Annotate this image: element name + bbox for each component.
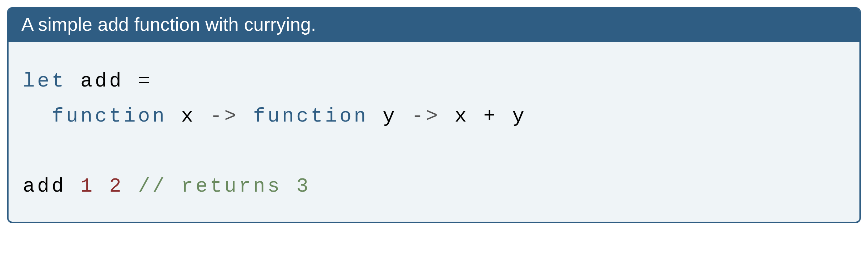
identifier-y: y xyxy=(383,105,397,128)
code-snippet-body: let add = function x -> function y -> x … xyxy=(9,42,859,222)
keyword-function: function xyxy=(253,105,368,128)
operator-equals: = xyxy=(138,70,152,93)
keyword-let: let xyxy=(23,70,66,93)
number-literal: 1 xyxy=(80,175,95,198)
operator-arrow: -> xyxy=(412,105,440,128)
comment-text: returns 3 xyxy=(181,175,311,198)
identifier-x: x xyxy=(455,105,469,128)
identifier-y: y xyxy=(512,105,526,128)
keyword-function: function xyxy=(52,105,167,128)
operator-plus: + xyxy=(483,105,498,128)
identifier-add: add xyxy=(80,70,123,93)
identifier-x: x xyxy=(181,105,196,128)
number-literal: 2 xyxy=(109,175,123,198)
code-snippet-block: A simple add function with currying. let… xyxy=(7,7,861,223)
operator-arrow: -> xyxy=(210,105,239,128)
comment-slashes: // xyxy=(138,175,167,198)
code-snippet-title: A simple add function with currying. xyxy=(9,7,859,42)
title-text: A simple add function with currying. xyxy=(21,14,316,35)
identifier-add-call: add xyxy=(23,175,66,198)
